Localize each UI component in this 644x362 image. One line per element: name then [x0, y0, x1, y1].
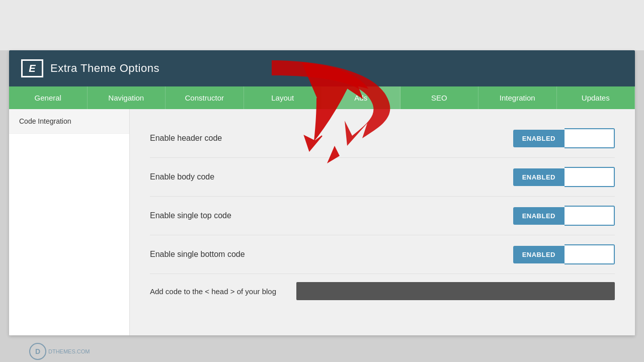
setting-row-single-top-code: Enable single top code ENABLED [150, 197, 615, 235]
toggle-single-bottom-code: ENABLED [513, 244, 615, 264]
toggle-body-code: ENABLED [513, 167, 615, 187]
tab-integration[interactable]: Integration [478, 86, 557, 109]
panel-header: E Extra Theme Options [9, 50, 635, 86]
head-code-label: Add code to the < head > of your blog [150, 287, 276, 296]
setting-row-header-code: Enable header code ENABLED [150, 119, 615, 158]
setting-label-single-top-code: Enable single top code [150, 211, 231, 220]
sidebar-item-code-integration[interactable]: Code Integration [9, 109, 129, 134]
setting-row-single-bottom-code: Enable single bottom code ENABLED [150, 235, 615, 274]
input-body-code[interactable] [565, 167, 615, 187]
toggle-single-top-code: ENABLED [513, 206, 615, 226]
enabled-button-single-top-code[interactable]: ENABLED [513, 207, 565, 225]
tab-layout[interactable]: Layout [244, 86, 323, 109]
setting-row-body-code: Enable body code ENABLED [150, 158, 615, 197]
input-single-top-code[interactable] [565, 206, 615, 226]
tab-seo[interactable]: SEO [400, 86, 479, 109]
input-single-bottom-code[interactable] [565, 244, 615, 264]
content-area: Code Integration Enable header code ENAB… [9, 109, 635, 335]
nav-tabs: General Navigation Constructor Layout Ad… [9, 86, 635, 109]
tab-updates[interactable]: Updates [557, 86, 635, 109]
sidebar: Code Integration [9, 109, 130, 335]
watermark-text: DTHEMES.COM [48, 348, 90, 354]
head-code-input-area[interactable] [296, 282, 615, 300]
main-panel: E Extra Theme Options General Navigation… [9, 50, 635, 335]
setting-label-body-code: Enable body code [150, 172, 214, 182]
toggle-header-code: ENABLED [513, 128, 615, 148]
enabled-button-body-code[interactable]: ENABLED [513, 168, 565, 186]
tab-navigation[interactable]: Navigation [88, 86, 166, 109]
setting-label-header-code: Enable header code [150, 134, 222, 143]
watermark-logo: D [29, 343, 46, 360]
watermark: D DTHEMES.COM [29, 343, 90, 360]
setting-label-single-bottom-code: Enable single bottom code [150, 250, 245, 259]
logo-icon: E [21, 59, 43, 77]
enabled-button-single-bottom-code[interactable]: ENABLED [513, 246, 565, 263]
bottom-label-row: Add code to the < head > of your blog [150, 274, 615, 300]
main-content: Enable header code ENABLED Enable body c… [130, 109, 635, 335]
tab-ads[interactable]: Ads [322, 86, 400, 109]
tab-constructor[interactable]: Constructor [166, 86, 244, 109]
enabled-button-header-code[interactable]: ENABLED [513, 130, 565, 147]
tab-general[interactable]: General [9, 86, 88, 109]
panel-title: Extra Theme Options [50, 62, 159, 75]
input-header-code[interactable] [565, 128, 615, 148]
